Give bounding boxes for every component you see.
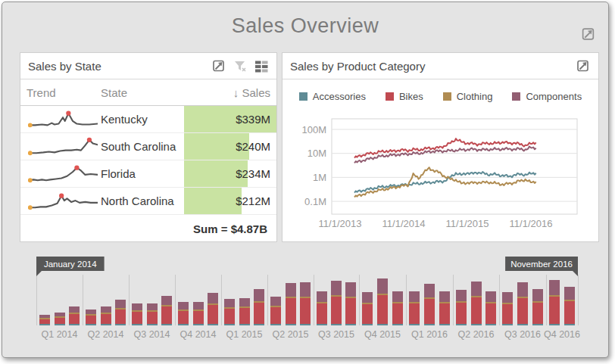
table-row[interactable]: North Carolina$212M	[20, 188, 276, 215]
y-axis-label: 10M	[308, 148, 326, 159]
sales-data-bar	[184, 188, 242, 214]
export-icon[interactable]	[212, 59, 226, 73]
trend-sparkline	[28, 163, 98, 185]
quarter-label: Q3 2014	[134, 329, 170, 340]
legend-label: Bikes	[399, 91, 423, 102]
legend-label: Clothing	[457, 91, 493, 102]
legend-label: Accessories	[313, 91, 366, 102]
clear-filter-icon[interactable]	[233, 59, 248, 73]
panel-sales-by-state: Sales by State	[20, 52, 277, 242]
legend-item: Clothing	[443, 91, 493, 102]
quarter-label: Q2 2015	[273, 329, 309, 340]
state-name: North Carolina	[101, 194, 184, 207]
quarter-label: Q1 2014	[42, 329, 78, 340]
quarter-label: Q3 2016	[504, 329, 541, 340]
state-name: Florida	[101, 167, 184, 180]
quarter-label: Q4 2014	[180, 329, 217, 340]
state-name: South Carolina	[101, 140, 184, 153]
category-line-chart: 100M10M1M0.1M11/1/201311/1/201411/1/2015…	[283, 53, 598, 241]
quarter-label: Q1 2015	[226, 329, 263, 340]
legend-swatch	[386, 92, 394, 101]
column-header-state[interactable]: State	[101, 86, 184, 99]
x-axis-label: 11/1/2013	[319, 218, 362, 229]
panel-title: Sales by State	[28, 60, 101, 73]
export-icon[interactable]	[576, 59, 591, 73]
trend-sparkline	[28, 191, 98, 212]
sales-value: $234M	[236, 160, 270, 187]
trend-sparkline	[28, 136, 98, 157]
flag-label: January 2014	[44, 260, 97, 269]
quarter-label: Q2 2014	[88, 329, 124, 340]
quarter-label: Q4 2016	[544, 329, 580, 340]
quarter-label: Q1 2016	[411, 329, 448, 340]
legend-swatch	[512, 92, 520, 101]
flag-label: November 2016	[510, 260, 573, 269]
x-axis-label: 11/1/2014	[382, 218, 426, 229]
y-axis-label: 1M	[313, 172, 326, 183]
x-axis-label: 11/1/2015	[446, 218, 489, 229]
y-axis-label: 100M	[301, 124, 326, 135]
column-header-sales[interactable]: ↓ Sales	[184, 86, 276, 99]
trend-sparkline	[28, 109, 98, 130]
quarter-label: Q3 2015	[318, 329, 354, 340]
state-name: Kentucky	[101, 113, 184, 126]
y-axis-label: 0.1M	[304, 196, 326, 207]
table-row[interactable]: Florida$234M	[20, 160, 276, 188]
sales-value: $212M	[236, 188, 270, 214]
panel-sales-by-product-category: 100M10M1M0.1M11/1/201311/1/201411/1/2015…	[282, 52, 599, 242]
legend-swatch	[443, 92, 451, 101]
column-header-trend[interactable]: Trend	[20, 86, 101, 99]
table-header: Trend State ↓ Sales	[20, 79, 276, 106]
legend-label: Components	[526, 91, 582, 102]
legend-item: Components	[512, 91, 582, 102]
quarter-label: Q2 2016	[458, 329, 495, 340]
sort-descending-icon: ↓	[233, 86, 239, 99]
table-row[interactable]: South Carolina$240M	[20, 133, 276, 160]
range-end-flag[interactable]: November 2016	[505, 257, 578, 276]
dashboard-title: Sales Overview	[2, 2, 608, 51]
legend-swatch	[299, 92, 308, 101]
chart-legend: AccessoriesBikesClothingComponents	[283, 91, 598, 102]
export-icon[interactable]	[581, 26, 596, 42]
x-axis-label: 11/1/2016	[510, 218, 553, 229]
panel-title: Sales by Product Category	[290, 60, 425, 73]
table-row[interactable]: Kentucky$339M	[20, 106, 276, 133]
table-summary: Sum = $4.87B	[20, 215, 276, 242]
legend-item: Accessories	[299, 91, 366, 102]
range-selector[interactable]: Q1 2014Q2 2014Q3 2014Q4 2014Q1 2015Q2 20…	[28, 255, 588, 350]
sales-value: $339M	[236, 106, 270, 132]
range-bars[interactable]	[39, 278, 575, 325]
range-start-flag[interactable]: January 2014	[36, 257, 105, 276]
legend-item: Bikes	[386, 91, 423, 102]
quarter-label: Q4 2015	[364, 329, 401, 340]
dashboard-surface: Sales Overview Sales by State	[2, 2, 609, 358]
layout-cards-icon[interactable]	[254, 59, 269, 73]
sales-value: $240M	[236, 133, 270, 160]
